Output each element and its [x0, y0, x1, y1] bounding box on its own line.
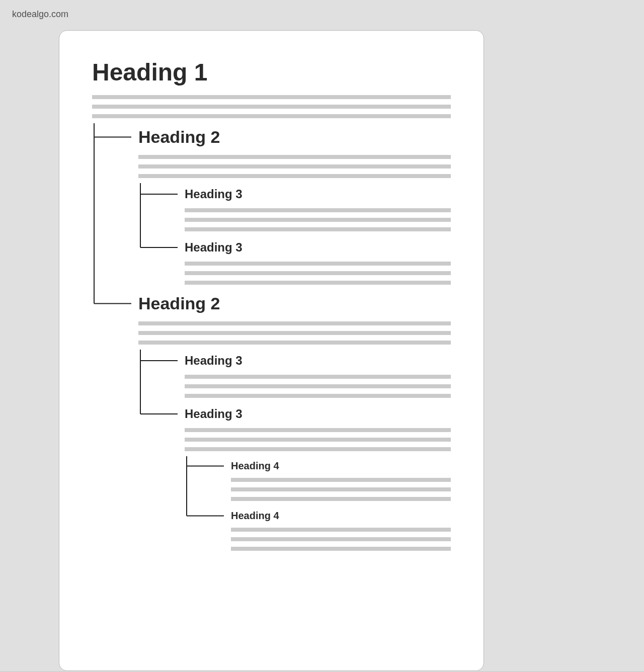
- heading-3: Heading 3: [185, 354, 451, 368]
- placeholder-text: [231, 528, 451, 551]
- placeholder-text: [138, 321, 451, 345]
- placeholder-text: [185, 428, 451, 451]
- heading-1: Heading 1: [92, 58, 451, 86]
- placeholder-text: [92, 95, 451, 118]
- placeholder-text: [138, 155, 451, 178]
- heading-4: Heading 4: [231, 510, 451, 522]
- placeholder-text: [185, 262, 451, 285]
- placeholder-text: [231, 478, 451, 501]
- heading-3: Heading 3: [185, 187, 451, 201]
- heading-4: Heading 4: [231, 460, 451, 472]
- heading-2: Heading 2: [138, 294, 451, 313]
- placeholder-text: [185, 375, 451, 398]
- heading-2: Heading 2: [138, 127, 451, 147]
- document-page: Heading 1 Heading 2 Heading 3: [59, 30, 484, 671]
- heading-3: Heading 3: [185, 240, 451, 255]
- heading-3: Heading 3: [185, 407, 451, 421]
- placeholder-text: [185, 208, 451, 231]
- watermark: kodealgo.com: [12, 9, 68, 20]
